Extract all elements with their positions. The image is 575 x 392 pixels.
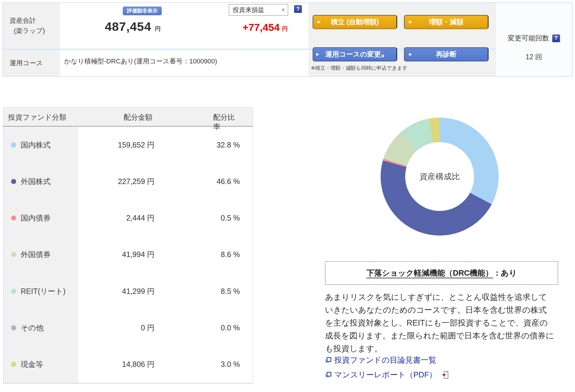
category-color-dot-icon [11, 142, 16, 148]
link-label[interactable]: 投資ファンドの目論見書一覧 [334, 355, 436, 365]
category-cell: 国内債券 [3, 200, 78, 236]
category-label: その他 [21, 323, 43, 333]
rediagnosis-button[interactable]: ▶ 再診断 [404, 47, 488, 61]
change-count-label: 変更可能回数 [508, 34, 549, 43]
external-window-icon [325, 372, 332, 378]
amount-cell: 227,259 円 [78, 163, 155, 200]
category-label: 国内債券 [21, 213, 51, 223]
category-label: 国内株式 [21, 140, 51, 150]
category-cell: 外国債券 [3, 236, 78, 273]
table-row: 外国株式227,259 円46.6 % [3, 163, 253, 200]
course-value: かなり積極型-DRCあり(運用コース番号：1000900) [64, 57, 217, 66]
amount-cell: 159,652 円 [78, 127, 155, 163]
table-row: REIT(リート)41,299 円8.5 % [3, 273, 253, 309]
rediagnosis-label: 再診断 [436, 50, 457, 59]
course-label: 運用コース [10, 58, 60, 68]
category-color-dot-icon [11, 289, 16, 294]
ratio-cell: 0.5 % [155, 200, 240, 236]
arrow-right-icon: ▶ [318, 20, 320, 24]
document-links: 投資ファンドの目論見書一覧マンスリーレポート（PDF） [325, 355, 450, 380]
profit-currency: 円 [282, 26, 288, 32]
ratio-cell: 0.0 % [155, 309, 240, 346]
amount-cell: 41,994 円 [78, 236, 155, 273]
document-link[interactable]: 投資ファンドの目論見書一覧 [325, 355, 450, 365]
ratio-cell: 32.8 % [155, 127, 240, 163]
allocation-table: 投資ファンド分類 配分金額 配分比率 国内株式159,652 円32.8 %外国… [3, 107, 253, 384]
profit-period-value: 投資来損益 [233, 6, 264, 14]
category-cell: 国内株式 [3, 127, 78, 163]
category-color-dot-icon [11, 325, 16, 330]
course-change-button[interactable]: ▶ 運用コースの変更 ※ [313, 47, 397, 61]
apply-note: ※積立・増額・減額も同時に申込できます [311, 65, 408, 72]
category-color-dot-icon [11, 362, 16, 367]
arrow-right-icon: ▶ [409, 52, 412, 56]
donut-center-label: 資産構成比 [420, 171, 460, 182]
profit-number: +77,454 [243, 22, 280, 33]
category-cell: REIT(リート) [3, 273, 78, 309]
asset-total-label: 資産合計 [10, 16, 60, 26]
category-cell: 外国株式 [3, 163, 78, 200]
header-amount: 配分金額 [124, 113, 152, 122]
change-count-panel: 変更可能回数 ? 12 回 [495, 3, 572, 76]
profit-amount: +77,454円 [243, 22, 288, 33]
asset-total-label-cell: 資産合計 (楽ラップ) [3, 3, 60, 48]
tsumitate-button-label: 積立 (自動増額) [331, 17, 379, 27]
amount-cell: 2,444 円 [78, 200, 155, 236]
header-ratio: 配分比率 [213, 113, 240, 132]
allocation-rows: 国内株式159,652 円32.8 %外国株式227,259 円46.6 %国内… [3, 127, 253, 383]
arrow-right-icon: ▶ [409, 20, 412, 24]
course-label-cell: 運用コース [3, 50, 60, 76]
category-color-dot-icon [11, 215, 16, 221]
hide-valuation-button[interactable]: 評価額非表示 [123, 7, 162, 15]
category-cell: 現金等 [3, 346, 78, 383]
table-row: 外国債券41,994 円8.6 % [3, 236, 253, 273]
ratio-cell: 46.6 % [155, 163, 240, 200]
change-count-help-icon[interactable]: ? [552, 34, 560, 42]
rakuten-wrap-summary-page: { "summary": { "asset_total_label": "資産合… [0, 0, 575, 392]
change-count-value: 12 回 [496, 52, 572, 62]
tsumitate-button[interactable]: ▶ 積立 (自動増額) [313, 15, 397, 29]
total-asset-number: 487,454 [105, 20, 151, 34]
course-change-asterisk: ※ [381, 54, 385, 58]
category-label: 現金等 [21, 359, 43, 369]
amount-cell: 14,806 円 [78, 346, 155, 383]
category-color-dot-icon [11, 179, 16, 184]
table-row: 国内株式159,652 円32.8 % [3, 127, 253, 163]
pdf-file-icon [442, 371, 450, 379]
total-asset-amount: 487,454円 [105, 20, 161, 34]
total-asset-currency: 円 [155, 26, 161, 32]
ratio-cell: 3.0 % [155, 346, 240, 383]
document-link[interactable]: マンスリーレポート（PDF） [325, 370, 450, 380]
asset-composition-donut: 資産構成比 [381, 118, 499, 235]
header-category: 投資ファンド分類 [8, 113, 66, 122]
ratio-cell: 8.6 % [155, 236, 240, 273]
zougaku-genkaku-button[interactable]: ▶ 増額・減額 [404, 15, 488, 29]
table-row: 国内債券2,444 円0.5 % [3, 200, 253, 236]
chevron-down-icon: ∨ [282, 7, 285, 12]
profit-help-icon[interactable]: ? [294, 5, 302, 13]
table-row: その他0 円0.0 % [3, 309, 253, 346]
external-window-icon [325, 357, 332, 364]
asset-total-sublabel: (楽ラップ) [10, 26, 60, 36]
profit-period-select[interactable]: 投資来損益 ∨ [229, 4, 288, 16]
drc-feature-underlined: 下落ショック軽減機能（DRC機能） [367, 268, 493, 278]
drc-feature-suffix: ：あり [493, 268, 517, 278]
link-label[interactable]: マンスリーレポート（PDF） [334, 370, 437, 380]
category-label: 外国株式 [21, 177, 51, 186]
donut-center: 資産構成比 [405, 142, 474, 211]
category-label: REIT(リート) [21, 286, 66, 296]
amount-cell: 0 円 [78, 309, 155, 346]
course-change-label: 運用コースの変更 [325, 50, 381, 59]
category-color-dot-icon [11, 252, 16, 257]
course-description: あまりリスクを気にしすぎずに、とことん収益性を追求していきたいあなたのためのコー… [325, 291, 555, 355]
drc-feature-box: 下落ショック軽減機能（DRC機能）：あり [325, 261, 558, 285]
allocation-table-header: 投資ファンド分類 配分金額 配分比率 [3, 107, 253, 127]
category-label: 外国債券 [21, 250, 51, 259]
asset-summary-box: 資産合計 (楽ラップ) 運用コース 変更可能回数 ? 12 回 評価額非表示 4… [2, 2, 573, 77]
category-cell: その他 [3, 309, 78, 346]
ratio-cell: 8.5 % [155, 273, 240, 309]
arrow-right-icon: ▶ [316, 52, 319, 56]
amount-cell: 41,299 円 [78, 273, 155, 309]
table-row: 現金等14,806 円3.0 % [3, 346, 253, 383]
zougaku-button-label: 増額・減額 [429, 17, 464, 27]
